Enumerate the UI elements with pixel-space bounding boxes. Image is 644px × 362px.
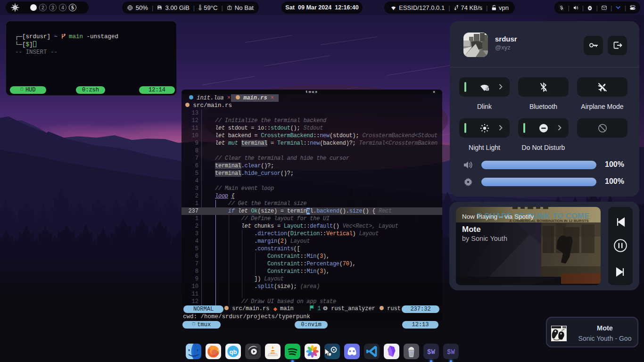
svg-text:qb: qb [229,348,237,355]
svg-text:$W: $W [427,348,435,356]
svg-text:$W: $W [447,348,455,356]
